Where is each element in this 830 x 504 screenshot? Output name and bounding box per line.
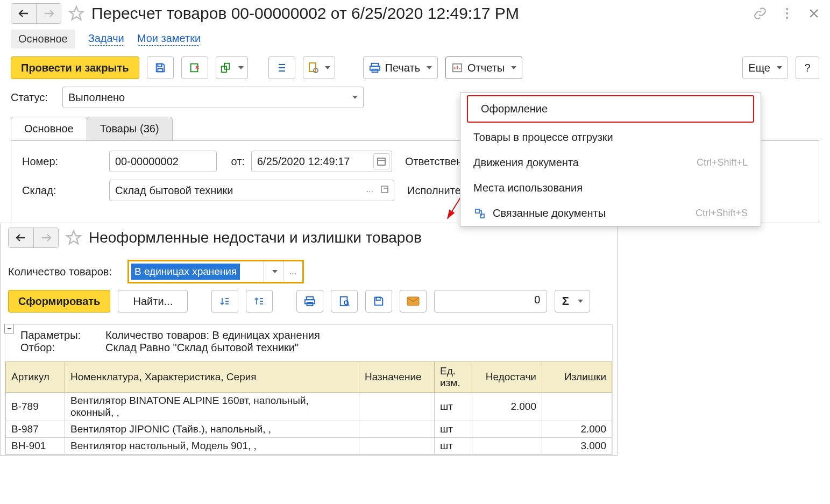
post-and-close-button[interactable]: Провести и закрыть xyxy=(11,56,139,79)
linked-icon xyxy=(473,208,486,219)
dd-item-linked[interactable]: Связанные документыCtrl+Shift+S xyxy=(460,201,761,226)
dd-shortcut: Ctrl+Shift+S xyxy=(696,208,748,219)
post-icon-button[interactable] xyxy=(181,56,208,79)
svg-rect-17 xyxy=(480,214,484,218)
cell-nomenclature: Вентилятор BINATONE ALPINE 160вт, наполь… xyxy=(65,393,359,421)
sum-button[interactable]: Σ xyxy=(555,290,590,313)
cell-unit: шт xyxy=(435,393,472,421)
status-label: Статус: xyxy=(11,91,56,104)
sort-desc-icon-button[interactable] xyxy=(246,290,273,313)
back-button[interactable] xyxy=(11,4,36,23)
forward-button[interactable] xyxy=(36,4,61,23)
close-icon[interactable] xyxy=(806,6,821,21)
kebab-icon[interactable] xyxy=(779,6,794,21)
cell-destination xyxy=(359,393,435,421)
w2-favorite-star-icon[interactable] xyxy=(64,228,83,247)
cell-shortage: 2.000 xyxy=(472,393,542,421)
save-report-icon-button[interactable] xyxy=(365,290,392,313)
num-input[interactable]: 00-00000002 xyxy=(109,151,217,172)
list-icon-button[interactable] xyxy=(268,56,295,79)
tab-main[interactable]: Основное xyxy=(11,117,87,140)
dd-shortcut: Ctrl+Shift+L xyxy=(697,157,748,168)
chevron-down-icon[interactable] xyxy=(264,261,283,282)
dd-label: Товары в процессе отгрузки xyxy=(473,131,613,144)
qty-select[interactable]: В единицах хранения ... xyxy=(127,260,304,283)
report-window: Неоформленные недостачи и излишки товаро… xyxy=(0,223,618,456)
email-icon-button[interactable] xyxy=(400,290,427,313)
link-icon[interactable] xyxy=(753,6,768,21)
cell-unit: шт xyxy=(435,421,472,438)
preview-icon-button[interactable] xyxy=(331,290,358,313)
warehouse-value: Склад бытовой техники xyxy=(115,184,233,197)
cell-nomenclature: Вентилятор JIPONIC (Тайв.), напольный, , xyxy=(65,421,359,438)
table-row[interactable]: B-987Вентилятор JIPONIC (Тайв.), напольн… xyxy=(6,421,612,438)
params-value: Количество товаров: В единицах хранения xyxy=(105,329,320,342)
status-select[interactable]: Выполнено xyxy=(62,87,364,108)
dd-label: Оформление xyxy=(481,103,548,115)
svg-rect-8 xyxy=(309,63,316,72)
svg-rect-16 xyxy=(476,209,479,213)
qty-label: Количество товаров: xyxy=(8,266,121,278)
print-button[interactable]: Печать xyxy=(363,56,438,79)
cell-destination xyxy=(359,438,435,455)
number-input[interactable]: 0 xyxy=(434,290,547,313)
ellipsis-icon[interactable]: ... xyxy=(366,184,373,194)
th-article: Артикул xyxy=(6,362,65,393)
svg-rect-12 xyxy=(372,69,378,72)
page-title: Пересчет товаров 00-00000002 от 6/25/202… xyxy=(91,4,747,23)
find-button[interactable]: Найти... xyxy=(118,290,188,313)
cell-overage: 3.000 xyxy=(542,438,612,455)
svg-rect-14 xyxy=(378,158,385,165)
date-input[interactable]: 6/25/2020 12:49:17 xyxy=(251,151,392,172)
report-area: − Параметры:Количество товаров: В единиц… xyxy=(5,324,613,455)
num-value: 00-00000002 xyxy=(115,155,179,168)
svg-rect-3 xyxy=(158,64,161,67)
dd-label: Места использования xyxy=(473,182,583,194)
svg-point-1 xyxy=(786,12,788,15)
date-value: 6/25/2020 12:49:17 xyxy=(257,155,350,168)
table-row[interactable]: B-789Вентилятор BINATONE ALPINE 160вт, н… xyxy=(6,393,612,421)
reports-dropdown: Оформление Товары в процессе отгрузки Дв… xyxy=(460,93,761,226)
form-report-button[interactable]: Сформировать xyxy=(8,290,110,313)
sort-asc-icon-button[interactable] xyxy=(211,290,238,313)
cell-article: B-789 xyxy=(6,393,65,421)
tab-goods[interactable]: Товары (36) xyxy=(87,117,173,140)
num-label: Номер: xyxy=(22,155,103,168)
subnav-main[interactable]: Основное xyxy=(11,30,75,48)
subnav-tasks[interactable]: Задачи xyxy=(88,32,124,46)
filter-value: Склад Равно "Склад бытовой техники" xyxy=(105,342,299,354)
warehouse-input[interactable]: Склад бытовой техники ... xyxy=(109,180,394,201)
more-button[interactable]: Еще xyxy=(742,56,788,79)
favorite-star-icon[interactable] xyxy=(67,4,86,23)
reports-button[interactable]: Отчеты xyxy=(445,56,522,79)
save-icon-button[interactable] xyxy=(147,56,174,79)
w2-page-title: Неоформленные недостачи и излишки товаро… xyxy=(89,229,609,246)
svg-rect-15 xyxy=(381,186,388,193)
params-label: Параметры: xyxy=(20,329,96,342)
collapse-icon[interactable]: − xyxy=(4,324,14,333)
w2-forward-button[interactable] xyxy=(33,228,58,247)
ellipsis-button[interactable]: ... xyxy=(283,261,302,282)
dd-item-movements[interactable]: Движения документаCtrl+Shift+L xyxy=(460,150,761,175)
th-unit: Ед. изм. xyxy=(435,362,472,393)
svg-point-2 xyxy=(786,17,788,19)
w2-back-button[interactable] xyxy=(9,228,33,247)
cell-overage: 2.000 xyxy=(542,421,612,438)
th-nomenclature: Номенклатура, Характеристика, Серия xyxy=(65,362,359,393)
cell-shortage xyxy=(472,438,542,455)
report-table: Артикул Номенклатура, Характеристика, Се… xyxy=(5,361,612,455)
calendar-icon[interactable] xyxy=(373,153,389,169)
open-icon[interactable] xyxy=(380,184,391,195)
svg-point-0 xyxy=(786,8,788,10)
dd-item-usage[interactable]: Места использования xyxy=(460,175,761,201)
table-row[interactable]: BH-901Вентилятор настольный, Модель 901,… xyxy=(6,438,612,455)
dd-item-shipping[interactable]: Товары в процессе отгрузки xyxy=(460,125,761,150)
nav-buttons xyxy=(11,3,61,24)
subnav-notes[interactable]: Мои заметки xyxy=(137,32,201,46)
refresh-icon-button[interactable] xyxy=(216,56,248,79)
print-icon-button[interactable] xyxy=(296,290,323,313)
help-button[interactable]: ? xyxy=(796,56,819,79)
attach-icon-button[interactable] xyxy=(303,56,335,79)
dd-item-formalization[interactable]: Оформление xyxy=(467,95,754,123)
filter-label: Отбор: xyxy=(20,342,96,354)
